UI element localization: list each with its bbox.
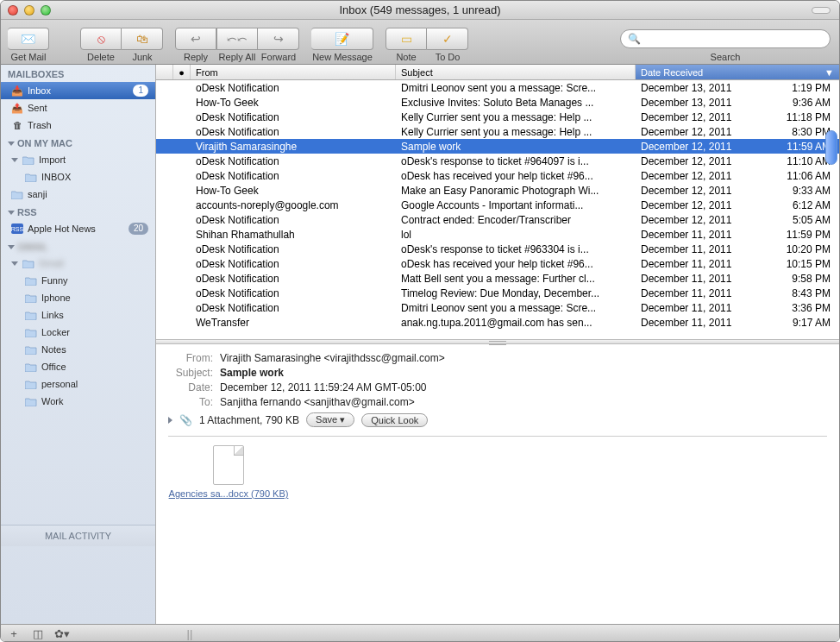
folder-icon — [25, 396, 37, 406]
message-row[interactable]: oDesk NotificationMatt Bell sent you a m… — [156, 271, 839, 286]
message-from: oDesk Notification — [191, 111, 396, 123]
reply-button[interactable]: ↩ — [175, 28, 216, 50]
message-row[interactable]: oDesk NotificationContract ended: Encode… — [156, 212, 839, 227]
sidebar-item-office[interactable]: Office — [1, 358, 155, 375]
sidebar-item-sent[interactable]: 📤 Sent — [1, 99, 155, 116]
sidebar-item-work[interactable]: Work — [1, 393, 155, 410]
message-row[interactable]: How-To GeekExclusive Invites: Soluto Bet… — [156, 95, 839, 110]
bottom-bar: + ◫ ✿▾ || — [1, 624, 839, 642]
chevron-down-icon — [8, 211, 15, 215]
sidebar-item-notes[interactable]: Notes — [1, 341, 155, 358]
chevron-down-icon — [8, 245, 15, 249]
column-subject[interactable]: Subject — [396, 65, 636, 79]
attachment-summary: 1 Attachment, 790 KB — [199, 414, 299, 426]
todo-label: To Do — [427, 52, 468, 62]
message-date: December 11, 2011 — [636, 229, 774, 241]
folder-icon — [11, 189, 23, 199]
column-flag[interactable] — [156, 65, 173, 79]
no-entry-icon: ⦸ — [97, 32, 105, 47]
sidebar-item-links[interactable]: Links — [1, 306, 155, 324]
scrollbar-thumb[interactable] — [825, 130, 837, 165]
disclosure-triangle-icon[interactable] — [168, 417, 172, 424]
sidebar-item-redacted[interactable]: Gmail — [1, 255, 155, 272]
sidebar-item-sanji[interactable]: sanji — [1, 186, 155, 203]
message-row[interactable]: oDesk NotificationoDesk has received you… — [156, 168, 839, 183]
chevron-down-icon[interactable] — [11, 158, 18, 162]
sidebar-item-import[interactable]: Import — [1, 151, 155, 168]
chevron-down-icon[interactable] — [11, 261, 18, 266]
show-activity-button[interactable]: ◫ — [30, 628, 46, 640]
forward-button[interactable]: ↪ — [258, 28, 299, 50]
forward-label: Forward — [258, 52, 299, 62]
message-row[interactable]: oDesk NotificationoDesk's response to ti… — [156, 154, 839, 168]
add-button[interactable]: + — [6, 628, 22, 640]
sidebar-item-personal[interactable]: personal — [1, 375, 155, 393]
message-time: 5:05 AM — [774, 214, 839, 226]
sidebar-item-apple-hot-news[interactable]: RSS Apple Hot News 20 — [1, 220, 155, 237]
message-list[interactable]: oDesk NotificationDmitri Leonov sent you… — [156, 80, 839, 339]
action-menu-button[interactable]: ✿▾ — [54, 628, 70, 640]
minimize-window-button[interactable] — [24, 5, 34, 16]
sidebar-item-iphone[interactable]: Iphone — [1, 289, 155, 306]
pane-splitter[interactable] — [156, 339, 839, 344]
note-button[interactable]: ▭ — [386, 28, 427, 50]
message-date: December 13, 2011 — [636, 97, 774, 109]
message-row[interactable]: Virajith SamarasingheSample workDecember… — [156, 139, 839, 154]
folder-icon — [25, 344, 37, 355]
reply-all-button[interactable]: ⤺⤺ — [216, 28, 258, 50]
toolbar-toggle-button[interactable] — [812, 7, 831, 14]
message-row[interactable]: WeTransferanak.ng.tupa.2011@gmail.com ha… — [156, 315, 839, 330]
sidebar-item-label: Notes — [41, 344, 66, 355]
message-time: 3:36 PM — [774, 302, 839, 314]
todo-button[interactable]: ✓ — [427, 28, 468, 50]
sidebar-item-label: Iphone — [41, 293, 71, 303]
message-from: oDesk Notification — [191, 126, 396, 138]
sidebar-item-locker[interactable]: Locker — [1, 324, 155, 341]
sidebar-item-funny[interactable]: Funny — [1, 272, 155, 289]
message-row[interactable]: oDesk NotificationKelly Currier sent you… — [156, 110, 839, 124]
rss-icon: RSS — [11, 223, 23, 234]
sidebar-item-import-inbox[interactable]: INBOX — [1, 168, 155, 186]
get-mail-button[interactable]: ✉️ — [8, 28, 49, 50]
message-subject: oDesk's response to ticket #963304 is i.… — [396, 243, 636, 255]
zoom-window-button[interactable] — [41, 5, 51, 16]
message-row[interactable]: oDesk NotificationDmitri Leonov sent you… — [156, 80, 839, 95]
attachment-file[interactable]: Agencies sa...docx (790 KB) — [168, 445, 289, 499]
new-message-button[interactable]: 📝 — [311, 28, 373, 50]
message-row[interactable]: oDesk NotificationoDesk has received you… — [156, 256, 839, 271]
message-subject: anak.ng.tupa.2011@gmail.com has sen... — [396, 317, 636, 329]
message-row[interactable]: Shihan RhamathullahlolDecember 11, 20111… — [156, 227, 839, 242]
column-status[interactable]: ● — [173, 65, 191, 79]
message-row[interactable]: oDesk NotificationKelly Currier sent you… — [156, 124, 839, 139]
resize-handle[interactable]: || — [182, 628, 197, 640]
message-row[interactable]: How-To GeekMake an Easy Panoramic Photog… — [156, 183, 839, 198]
message-time: 11:06 AM — [774, 170, 839, 182]
sidebar-item-label: Funny — [41, 275, 68, 286]
delete-label: Delete — [80, 52, 122, 62]
sidebar-item-label: Gmail — [39, 258, 64, 268]
sidebar-item-trash[interactable]: 🗑 Trash — [1, 116, 155, 134]
sidebar-item-inbox[interactable]: 📥 Inbox 1 — [1, 82, 155, 99]
preview-pane: From:Virajith Samarasinghe <virajithdssc… — [156, 344, 839, 624]
search-input[interactable]: 🔍 — [620, 29, 831, 48]
reply-arrow-icon: ↩ — [191, 32, 201, 46]
note-icon: ▭ — [401, 32, 412, 46]
quick-look-button[interactable]: Quick Look — [361, 413, 428, 427]
message-row[interactable]: accounts-noreply@google.comGoogle Accoun… — [156, 198, 839, 212]
save-attachment-button[interactable]: Save ▾ — [306, 412, 354, 427]
column-date-received[interactable]: Date Received▼ — [636, 65, 839, 79]
close-window-button[interactable] — [8, 5, 18, 16]
message-row[interactable]: oDesk NotificationTimelog Review: Due Mo… — [156, 286, 839, 300]
message-time: 9:36 AM — [774, 97, 839, 109]
sidebar: MAILBOXES 📥 Inbox 1 📤 Sent 🗑 Trash ON MY… — [1, 65, 156, 624]
delete-button[interactable]: ⦸ — [80, 28, 122, 50]
column-from[interactable]: From — [191, 65, 396, 79]
date-label: Date: — [168, 381, 213, 395]
junk-button[interactable]: 🛍 — [122, 28, 163, 50]
sidebar-item-label: sanji — [28, 189, 47, 199]
message-row[interactable]: oDesk NotificationDmitri Leonov sent you… — [156, 300, 839, 315]
message-row[interactable]: oDesk NotificationoDesk's response to ti… — [156, 242, 839, 256]
to-value: Sanjitha fernando <sanjithav@gmail.com> — [220, 395, 415, 410]
message-time: 10:15 PM — [774, 258, 839, 270]
message-date: December 12, 2011 — [636, 185, 774, 197]
